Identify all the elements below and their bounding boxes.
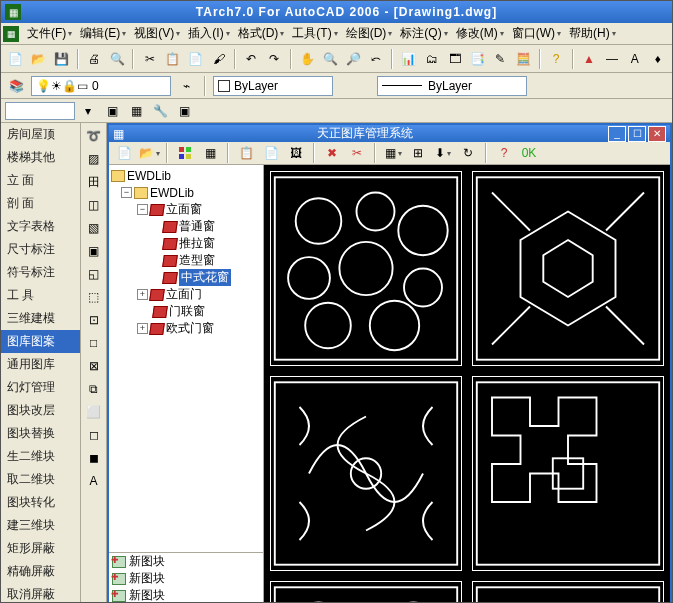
zoom-realtime-button[interactable]: 🔍 xyxy=(320,48,341,70)
thumbnail-5[interactable] xyxy=(270,581,462,603)
extra3-button[interactable]: A xyxy=(624,48,645,70)
menu-help[interactable]: 帮助(H) xyxy=(565,23,620,44)
vtool-8[interactable]: ⬚ xyxy=(83,286,105,308)
dialog-titlebar[interactable]: ▦ 天正图库管理系统 _ ☐ ✕ xyxy=(109,125,670,142)
dlg-4color-button[interactable] xyxy=(174,142,196,164)
cmd-btn5[interactable]: ▣ xyxy=(173,100,195,122)
tree-n0-0[interactable]: 普通窗 xyxy=(111,218,261,235)
linetype-combo[interactable]: ByLayer xyxy=(377,76,527,96)
side-item-13[interactable]: 图块替换 xyxy=(1,422,80,445)
thumbnail-6[interactable] xyxy=(472,581,664,603)
layerstate-icon[interactable]: 📚 xyxy=(5,75,27,97)
side-item-4[interactable]: 文字表格 xyxy=(1,215,80,238)
color-combo[interactable]: ByLayer xyxy=(213,76,333,96)
dlg-paste-button[interactable]: 📄 xyxy=(260,142,282,164)
thumbnail-4[interactable] xyxy=(472,376,664,571)
side-item-6[interactable]: 符号标注 xyxy=(1,261,80,284)
thumbnail-1[interactable] xyxy=(270,171,462,366)
print-button[interactable]: 🖨 xyxy=(84,48,105,70)
properties-button[interactable]: 📊 xyxy=(398,48,419,70)
side-item-8[interactable]: 三维建模 xyxy=(1,307,80,330)
side-item-15[interactable]: 取二维块 xyxy=(1,468,80,491)
side-item-2[interactable]: 立 面 xyxy=(1,169,80,192)
tree-lib[interactable]: −EWDLib xyxy=(111,184,261,201)
tree-n0-1[interactable]: 推拉窗 xyxy=(111,235,261,252)
redo-button[interactable]: ↷ xyxy=(264,48,285,70)
side-item-5[interactable]: 尺寸标注 xyxy=(1,238,80,261)
cmd-btn3[interactable]: ▦ xyxy=(125,100,147,122)
side-item-17[interactable]: 建三维块 xyxy=(1,514,80,537)
cmd-input[interactable] xyxy=(5,102,75,120)
cmd-btn4[interactable]: 🔧 xyxy=(149,100,171,122)
dlg-copy-button[interactable]: 📋 xyxy=(235,142,257,164)
extra1-button[interactable]: ▲ xyxy=(579,48,600,70)
side-item-1[interactable]: 楼梯其他 xyxy=(1,146,80,169)
expand-icon[interactable]: + xyxy=(137,289,148,300)
qcalc-button[interactable]: 🧮 xyxy=(513,48,534,70)
vtool-1[interactable]: ➰ xyxy=(83,125,105,147)
vtool-7[interactable]: ◱ xyxy=(83,263,105,285)
new-button[interactable]: 📄 xyxy=(5,48,26,70)
tree-n0-3[interactable]: 中式花窗 xyxy=(111,269,261,286)
menu-draw[interactable]: 绘图(D) xyxy=(342,23,397,44)
menu-file[interactable]: 文件(F) xyxy=(23,23,76,44)
menu-insert[interactable]: 插入(I) xyxy=(184,23,233,44)
vtool-11[interactable]: ⊠ xyxy=(83,355,105,377)
vtool-2[interactable]: ▨ xyxy=(83,148,105,170)
side-item-0[interactable]: 房间屋顶 xyxy=(1,123,80,146)
side-item-9[interactable]: 图库图案 xyxy=(1,330,80,353)
sheet-button[interactable]: 📑 xyxy=(467,48,488,70)
vtool-3[interactable]: 田 xyxy=(83,171,105,193)
paste-button[interactable]: 📄 xyxy=(185,48,206,70)
list-item[interactable]: 新图块 xyxy=(109,587,263,603)
side-item-11[interactable]: 幻灯管理 xyxy=(1,376,80,399)
tree-n0-2[interactable]: 造型窗 xyxy=(111,252,261,269)
vtool-6[interactable]: ▣ xyxy=(83,240,105,262)
menu-format[interactable]: 格式(D) xyxy=(234,23,289,44)
vtool-12[interactable]: ⧉ xyxy=(83,378,105,400)
layermgr-button[interactable]: ⌁ xyxy=(175,75,197,97)
maximize-button[interactable]: ☐ xyxy=(628,126,646,142)
mdi-icon[interactable]: ▦ xyxy=(3,26,19,42)
tree-n2[interactable]: 门联窗 xyxy=(111,303,261,320)
tree-root[interactable]: EWDLib xyxy=(111,167,261,184)
dlg-delete-button[interactable]: ✖ xyxy=(321,142,343,164)
undo-button[interactable]: ↶ xyxy=(241,48,262,70)
vtool-14[interactable]: ◻ xyxy=(83,424,105,446)
vtool-4[interactable]: ◫ xyxy=(83,194,105,216)
vtool-15[interactable]: ◼ xyxy=(83,447,105,469)
thumbnail-2[interactable] xyxy=(472,171,664,366)
cut-button[interactable]: ✂ xyxy=(139,48,160,70)
tree-n1[interactable]: +立面门 xyxy=(111,286,261,303)
tree-n3[interactable]: +欧式门窗 xyxy=(111,320,261,337)
zoom-prev-button[interactable]: ⤺ xyxy=(365,48,386,70)
markup-button[interactable]: ✎ xyxy=(490,48,511,70)
block-list[interactable]: 新图块新图块新图块新图块新图块新图块新图块新图块新图块新图块新图块新图块 xyxy=(109,552,263,603)
collapse-icon[interactable]: − xyxy=(121,187,132,198)
vtool-5[interactable]: ▧ xyxy=(83,217,105,239)
open-button[interactable]: 📂 xyxy=(28,48,49,70)
side-item-16[interactable]: 图块转化 xyxy=(1,491,80,514)
designcenter-button[interactable]: 🗂 xyxy=(421,48,442,70)
list-item[interactable]: 新图块 xyxy=(109,553,263,570)
help-button[interactable]: ? xyxy=(546,48,567,70)
matchprop-button[interactable]: 🖌 xyxy=(208,48,229,70)
side-item-7[interactable]: 工 具 xyxy=(1,284,80,307)
dlg-thumb-button[interactable]: ▦ xyxy=(199,142,221,164)
vtool-13[interactable]: ⬜ xyxy=(83,401,105,423)
dlg-new-button[interactable]: 📄 xyxy=(113,142,135,164)
side-item-3[interactable]: 剖 面 xyxy=(1,192,80,215)
menu-dimension[interactable]: 标注(Q) xyxy=(396,23,451,44)
tree-n0[interactable]: −立面窗 xyxy=(111,201,261,218)
vtool-9[interactable]: ⊡ xyxy=(83,309,105,331)
close-button[interactable]: ✕ xyxy=(648,126,666,142)
list-item[interactable]: 新图块 xyxy=(109,570,263,587)
expand-icon[interactable]: + xyxy=(137,323,148,334)
side-item-10[interactable]: 通用图库 xyxy=(1,353,80,376)
vtool-10[interactable]: □ xyxy=(83,332,105,354)
layer-combo[interactable]: 💡 ☀ 🔒 ▭ 0 xyxy=(31,76,171,96)
toolpalette-button[interactable]: 🗔 xyxy=(444,48,465,70)
zoom-window-button[interactable]: 🔎 xyxy=(343,48,364,70)
menu-view[interactable]: 视图(V) xyxy=(130,23,184,44)
save-button[interactable]: 💾 xyxy=(51,48,72,70)
